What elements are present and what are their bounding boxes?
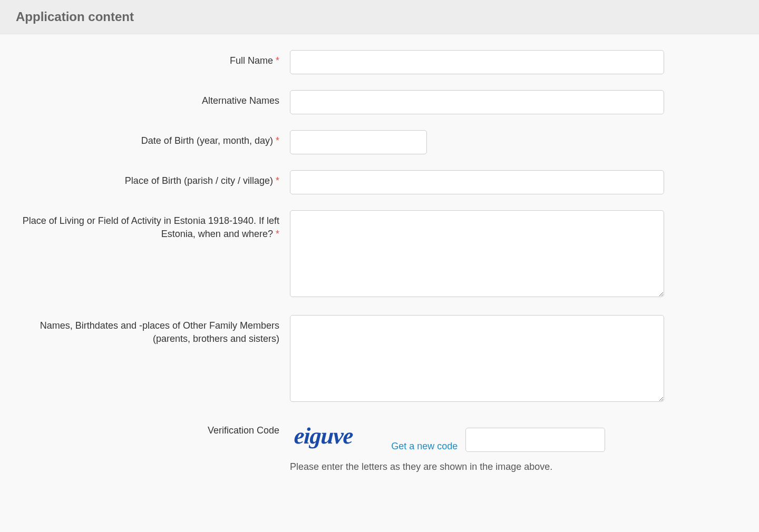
section-header: Application content (0, 0, 759, 34)
row-place-of-living: Place of Living or Field of Activity in … (16, 210, 743, 299)
label-verification: Verification Code (16, 420, 290, 437)
required-marker: * (276, 175, 279, 186)
family-members-textarea[interactable] (290, 315, 664, 402)
verification-code-input[interactable] (465, 428, 605, 452)
label-full-name: Full Name * (16, 50, 290, 67)
label-date-of-birth: Date of Birth (year, month, day) * (16, 130, 290, 147)
page-title: Application content (16, 9, 743, 24)
place-of-birth-input[interactable] (290, 170, 664, 194)
row-full-name: Full Name * (16, 50, 743, 74)
row-alternative-names: Alternative Names (16, 90, 743, 114)
required-marker: * (276, 55, 279, 66)
required-marker: * (276, 135, 279, 146)
label-family-members: Names, Birthdates and -places of Other F… (16, 315, 290, 346)
row-place-of-birth: Place of Birth (parish / city / village)… (16, 170, 743, 194)
captcha-image: eiguve (290, 420, 357, 452)
get-new-code-link[interactable]: Get a new code (391, 441, 458, 452)
captcha-area: eiguve Get a new code (290, 420, 664, 452)
required-marker: * (276, 229, 279, 239)
label-place-of-birth: Place of Birth (parish / city / village)… (16, 170, 290, 188)
row-family-members: Names, Birthdates and -places of Other F… (16, 315, 743, 404)
place-of-living-textarea[interactable] (290, 210, 664, 297)
row-date-of-birth: Date of Birth (year, month, day) * (16, 130, 743, 154)
label-place-of-living: Place of Living or Field of Activity in … (16, 210, 290, 241)
captcha-hint: Please enter the letters as they are sho… (290, 461, 664, 472)
row-verification: Verification Code eiguve Get a new code … (16, 420, 743, 472)
full-name-input[interactable] (290, 50, 664, 74)
alternative-names-input[interactable] (290, 90, 664, 114)
captcha-code-text: eiguve (289, 420, 357, 452)
label-alternative-names: Alternative Names (16, 90, 290, 107)
form-container: Full Name * Alternative Names Date of Bi… (0, 34, 759, 509)
date-of-birth-input[interactable] (290, 130, 427, 154)
